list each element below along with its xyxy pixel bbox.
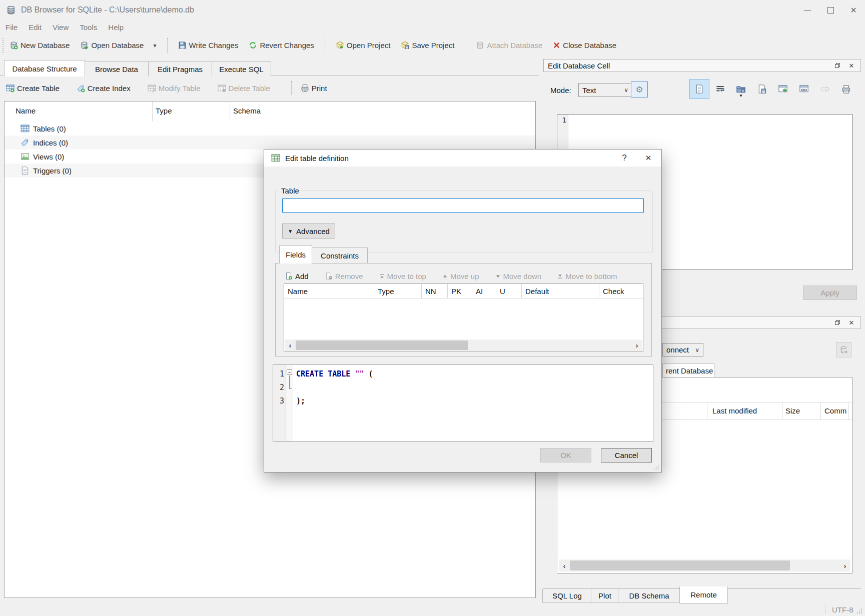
menu-edit[interactable]: Edit — [23, 23, 47, 32]
fields-column-name[interactable]: Name — [284, 284, 374, 298]
menu-help[interactable]: Help — [103, 23, 129, 32]
move-up-icon — [442, 274, 448, 279]
new-database-button[interactable]: New Database — [10, 41, 70, 50]
fields-column-u[interactable]: U — [496, 284, 522, 298]
create-index-button[interactable]: Create Index — [77, 84, 131, 92]
scroll-right-icon[interactable]: › — [631, 341, 642, 350]
remote-column-size[interactable]: Size — [785, 406, 800, 415]
create-index-icon — [77, 84, 85, 92]
print-cell-button[interactable] — [837, 80, 854, 98]
menu-file[interactable]: File — [0, 23, 23, 32]
scroll-right-icon[interactable]: › — [839, 562, 850, 570]
dialog-close-button[interactable]: ✕ — [635, 154, 661, 162]
remote-column-last-modified[interactable]: Last modified — [712, 406, 757, 415]
settings-gear-button[interactable]: ⚙ — [631, 82, 648, 98]
app-window: DB Browser for SQLite - C:\Users\turne\d… — [0, 0, 865, 616]
menu-tools[interactable]: Tools — [74, 23, 103, 32]
tab-db-schema[interactable]: DB Schema — [618, 589, 680, 602]
dialog-help-button[interactable]: ? — [613, 153, 635, 163]
minimize-button[interactable]: — — [796, 0, 819, 20]
triggers-icon — [21, 166, 30, 175]
attach-database-icon — [476, 41, 484, 50]
fields-column-default[interactable]: Default — [522, 284, 599, 298]
dialog-resize-grip-icon[interactable] — [654, 464, 659, 470]
column-divider[interactable] — [848, 403, 848, 420]
fields-table-header: Name Type NN PK AI U Default Check — [284, 284, 643, 298]
close-window-button[interactable]: ✕ — [842, 0, 865, 20]
remote-hscrollbar[interactable]: ‹ › — [559, 560, 850, 572]
maximize-button[interactable] — [819, 0, 842, 20]
print-button[interactable]: Print — [301, 84, 327, 92]
scrollbar-thumb[interactable] — [570, 560, 790, 570]
resize-grip-icon[interactable] — [856, 608, 862, 614]
scroll-left-icon[interactable]: ‹ — [559, 562, 570, 570]
open-database-button[interactable]: Open Database ▾ — [80, 41, 156, 50]
fields-column-ai[interactable]: AI — [472, 284, 496, 298]
revert-changes-button[interactable]: Revert Changes — [249, 41, 314, 50]
text-mode-button[interactable] — [689, 79, 709, 99]
fields-column-nn[interactable]: NN — [422, 284, 448, 298]
close-panel-icon[interactable]: ✕ — [846, 61, 856, 70]
open-project-button[interactable]: Open Project — [336, 41, 391, 50]
export-data-button[interactable] — [753, 80, 770, 98]
connect-select[interactable]: onnect ∨ — [662, 343, 703, 356]
triangle-down-icon: ▼ — [288, 228, 293, 234]
fields-column-type[interactable]: Type — [374, 284, 422, 298]
import-data-button[interactable]: ▼ — [732, 80, 749, 98]
tree-row-indices[interactable]: Indices (0) — [5, 136, 535, 150]
write-changes-button[interactable]: Write Changes — [178, 41, 239, 50]
tree-row-tables[interactable]: Tables (0) — [5, 122, 535, 136]
advanced-toggle-button[interactable]: ▼ Advanced — [282, 224, 335, 238]
remote-column-commit[interactable]: Comm — [824, 406, 846, 415]
tree-header: Name Type Schema — [5, 102, 535, 122]
float-panel-icon[interactable] — [832, 61, 842, 70]
tab-database-structure[interactable]: Database Structure — [4, 60, 85, 76]
column-divider[interactable] — [707, 403, 707, 420]
float-panel-icon[interactable] — [832, 318, 842, 327]
tree-column-name[interactable]: Name — [16, 106, 36, 115]
edit-cell-dock-header: Edit Database Cell ✕ — [543, 59, 861, 72]
close-database-button[interactable]: Close Database — [553, 41, 616, 50]
open-database-dropdown[interactable]: ▾ — [153, 42, 156, 49]
tree-column-type[interactable]: Type — [156, 106, 172, 115]
scroll-left-icon[interactable]: ‹ — [285, 341, 296, 350]
dialog-title-bar: Edit table definition ? ✕ — [264, 150, 661, 166]
remove-field-button: Remove — [325, 272, 363, 280]
close-panel-icon[interactable]: ✕ — [846, 318, 856, 327]
add-field-button[interactable]: Add — [285, 272, 309, 280]
create-table-button[interactable]: Create Table — [6, 84, 60, 92]
table-name-input[interactable] — [282, 198, 644, 212]
insert-link-button[interactable] — [795, 80, 812, 98]
word-wrap-button[interactable] — [711, 80, 728, 98]
fold-marker-icon[interactable]: − — [287, 370, 292, 375]
scrollbar-thumb[interactable] — [296, 340, 468, 350]
dialog-tab-constraints[interactable]: Constraints — [312, 248, 368, 264]
column-divider[interactable] — [152, 102, 153, 122]
current-database-tab[interactable]: rent Database — [662, 364, 714, 378]
mode-select[interactable]: Text ∨ — [578, 83, 632, 97]
save-project-button[interactable]: Save Project — [401, 41, 454, 50]
move-up-button: Move up — [442, 272, 479, 280]
tab-remote[interactable]: Remote — [679, 586, 728, 604]
menu-bar: File Edit View Tools Help — [0, 20, 865, 34]
column-divider[interactable] — [820, 403, 821, 420]
tab-sql-log[interactable]: SQL Log — [542, 589, 592, 602]
export-window-icon — [778, 84, 788, 94]
cancel-button[interactable]: Cancel — [601, 448, 652, 462]
fields-column-pk[interactable]: PK — [448, 284, 472, 298]
tab-edit-pragmas[interactable]: Edit Pragmas — [148, 62, 212, 76]
dialog-tab-fields[interactable]: Fields — [279, 246, 312, 264]
column-divider[interactable] — [230, 102, 230, 122]
fields-column-check[interactable]: Check — [599, 284, 643, 298]
fold-line — [289, 376, 290, 388]
column-divider[interactable] — [782, 403, 782, 420]
menu-view[interactable]: View — [47, 23, 74, 32]
structure-toolbar: Create Table Create Index Modify Table D… — [6, 78, 536, 98]
tab-browse-data[interactable]: Browse Data — [85, 62, 149, 76]
tab-execute-sql[interactable]: Execute SQL — [212, 62, 271, 76]
move-to-top-button: Move to top — [379, 272, 426, 280]
open-in-app-button[interactable] — [774, 80, 791, 98]
fields-hscrollbar[interactable]: ‹ › — [285, 340, 642, 351]
tab-plot[interactable]: Plot — [591, 589, 619, 602]
tree-column-schema[interactable]: Schema — [233, 106, 261, 115]
